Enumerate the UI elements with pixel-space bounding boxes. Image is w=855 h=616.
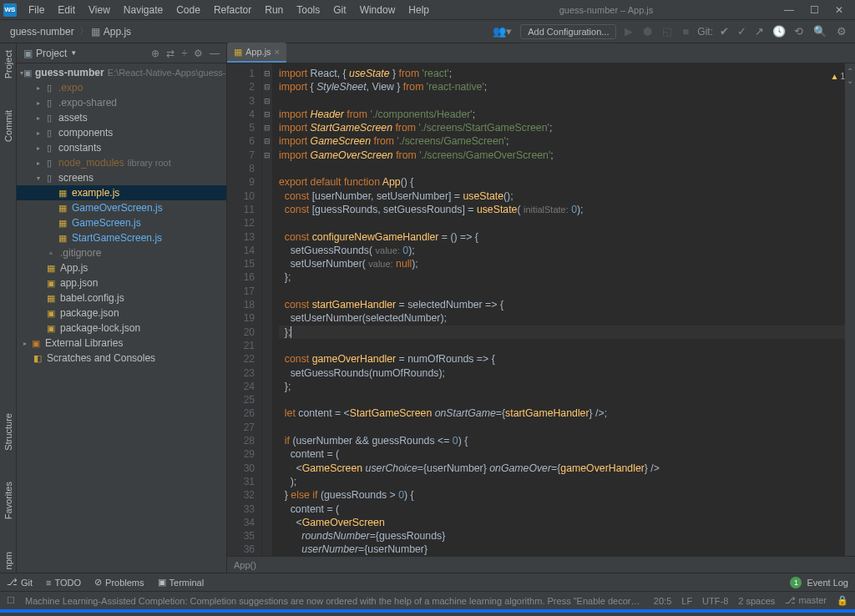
menu-refactor[interactable]: Refactor [207, 4, 258, 16]
breadcrumb-file[interactable]: App.js [100, 26, 134, 38]
navbar: guess-number 〉 ▦ App.js 👥▾ Add Configura… [0, 20, 855, 43]
encoding[interactable]: UTF-8 [702, 596, 728, 606]
debug-icon[interactable]: ⬢ [641, 25, 654, 38]
code-editor[interactable]: import React, { useState } from 'react';… [272, 63, 845, 556]
terminal-icon: ▣ [158, 577, 166, 588]
update-icon[interactable]: ✔ [718, 25, 731, 38]
indent[interactable]: 2 spaces [738, 596, 775, 606]
hide-icon[interactable]: — [210, 48, 220, 59]
editor-tab[interactable]: ▦ App.js × [227, 43, 286, 63]
select-opened-icon[interactable]: ⊕ [151, 48, 159, 59]
scroll-map[interactable]: ▲1⌃ ⌄ [845, 63, 855, 556]
tree-file[interactable]: ▣package.json [17, 305, 226, 321]
tree-folder[interactable]: ▸▯.expo-shared [17, 95, 226, 110]
bottom-tabs: ⎇Git ≡TODO ⊘Problems ▣Terminal 1 Event L… [0, 573, 855, 591]
run-icon[interactable]: ▶ [623, 25, 635, 38]
editor-breadcrumb[interactable]: App() [227, 556, 855, 573]
tree-folder[interactable]: ▸▯constants [17, 140, 226, 155]
line-gutter[interactable]: 1234567891011121314151617181920212223242… [227, 63, 262, 556]
collapse-icon[interactable]: ÷ [181, 48, 187, 59]
stop-icon[interactable]: ■ [680, 25, 691, 38]
inspection-warning[interactable]: ▲1⌃ ⌄ [831, 67, 853, 85]
git-branch[interactable]: ⎇ master [785, 595, 827, 606]
project-tree[interactable]: ▾▣ guess-number E:\React-Native-Apps\gue… [17, 63, 226, 573]
tree-scratches[interactable]: ◧Scratches and Consoles [17, 351, 226, 366]
tree-file[interactable]: ▦StartGameScreen.js [17, 230, 226, 245]
tab-git[interactable]: ⎇Git [7, 577, 33, 588]
menu-code[interactable]: Code [169, 4, 207, 16]
lock-icon[interactable]: 🔒 [837, 595, 848, 606]
branch-icon: ⎇ [785, 595, 796, 605]
rail-structure[interactable]: Structure [3, 410, 13, 454]
menu-edit[interactable]: Edit [51, 4, 82, 16]
users-icon[interactable]: 👥▾ [491, 25, 514, 38]
menu-view[interactable]: View [82, 4, 117, 16]
tree-file[interactable]: ▦example.js [17, 185, 226, 200]
rollback-icon[interactable]: ⟲ [792, 25, 805, 38]
tab-terminal[interactable]: ▣Terminal [158, 577, 205, 588]
line-separator[interactable]: LF [681, 596, 692, 606]
rail-npm[interactable]: npm [3, 548, 13, 573]
tree-file[interactable]: ▦GameOverScreen.js [17, 200, 226, 215]
js-icon: ▦ [234, 47, 242, 58]
push-icon[interactable]: ↗ [753, 25, 766, 38]
close-icon[interactable]: ✕ [827, 1, 852, 19]
history-icon[interactable]: 🕓 [771, 25, 787, 38]
tree-file[interactable]: ▣app.json [17, 275, 226, 290]
menu-tools[interactable]: Tools [290, 4, 326, 16]
tab-problems[interactable]: ⊘Problems [94, 577, 144, 588]
tree-file[interactable]: ▦babel.config.js [17, 290, 226, 305]
titlebar: WS File Edit View Navigate Code Refactor… [0, 0, 855, 20]
tree-folder[interactable]: ▸▯assets [17, 110, 226, 125]
chevron-down-icon[interactable]: ▼ [70, 49, 77, 57]
tab-close-icon[interactable]: × [275, 47, 280, 57]
tab-todo[interactable]: ≡TODO [46, 578, 81, 588]
project-icon: ▣ [23, 48, 33, 59]
tree-file[interactable]: ▦App.js [17, 260, 226, 275]
todo-icon: ≡ [46, 578, 51, 588]
status-message[interactable]: Machine Learning-Assisted Completion: Co… [25, 596, 644, 606]
left-rail: Project Commit Structure Favorites npm [0, 43, 17, 573]
gear-icon[interactable]: ⚙ [194, 48, 203, 59]
tree-external[interactable]: ▸▣External Libraries [17, 336, 226, 351]
breadcrumb-root[interactable]: guess-number [7, 26, 78, 38]
event-badge[interactable]: 1 [790, 577, 802, 588]
menu-navigate[interactable]: Navigate [117, 4, 169, 16]
fold-column[interactable]: ⊟ ⊟ ⊟ ⊟ ⊟ ⊟ ⊟ [262, 63, 272, 556]
add-configuration-button[interactable]: Add Configuration... [520, 24, 616, 39]
project-sidebar: ▣ Project ▼ ⊕ ⇄ ÷ ⚙ — ▾▣ guess-number E:… [17, 43, 227, 573]
menu-run[interactable]: Run [258, 4, 290, 16]
maximize-icon[interactable]: ☐ [802, 1, 827, 19]
tree-folder[interactable]: ▸▯.expo [17, 80, 226, 95]
tree-node-modules[interactable]: ▸▯node_moduleslibrary root [17, 155, 226, 170]
tree-file[interactable]: ▣package-lock.json [17, 321, 226, 336]
rail-commit[interactable]: Commit [3, 107, 13, 145]
menu-help[interactable]: Help [402, 4, 436, 16]
project-label[interactable]: Project [36, 48, 67, 59]
app-logo: WS [3, 3, 17, 17]
tree-file[interactable]: ▦GameScreen.js [17, 215, 226, 230]
breadcrumb-sep: 〉 [78, 24, 91, 38]
coverage-icon[interactable]: ◱ [660, 25, 674, 38]
menu-file[interactable]: File [22, 4, 51, 16]
branch-icon: ⎇ [7, 577, 18, 588]
cursor-position[interactable]: 20:5 [654, 596, 671, 606]
tree-root[interactable]: ▾▣ guess-number E:\React-Native-Apps\gue… [17, 65, 226, 80]
commit-icon[interactable]: ✓ [736, 25, 748, 38]
status-icon[interactable]: ☐ [7, 595, 15, 606]
minimize-icon[interactable]: — [777, 1, 802, 19]
rail-favorites[interactable]: Favorites [3, 478, 13, 523]
menu-window[interactable]: Window [353, 4, 402, 16]
menu-git[interactable]: Git [326, 4, 352, 16]
tree-file[interactable]: ◦.gitignore [17, 245, 226, 260]
rail-project[interactable]: Project [3, 47, 13, 82]
event-log[interactable]: Event Log [807, 578, 848, 588]
tree-screens[interactable]: ▾▯screens [17, 170, 226, 185]
search-icon[interactable]: 🔍 [812, 25, 828, 38]
expand-icon[interactable]: ⇄ [166, 48, 175, 59]
settings-icon[interactable]: ⚙ [835, 25, 848, 38]
tab-label: App.js [245, 47, 271, 57]
progress-bar [0, 609, 855, 613]
tree-folder[interactable]: ▸▯components [17, 125, 226, 140]
problems-icon: ⊘ [94, 577, 102, 588]
